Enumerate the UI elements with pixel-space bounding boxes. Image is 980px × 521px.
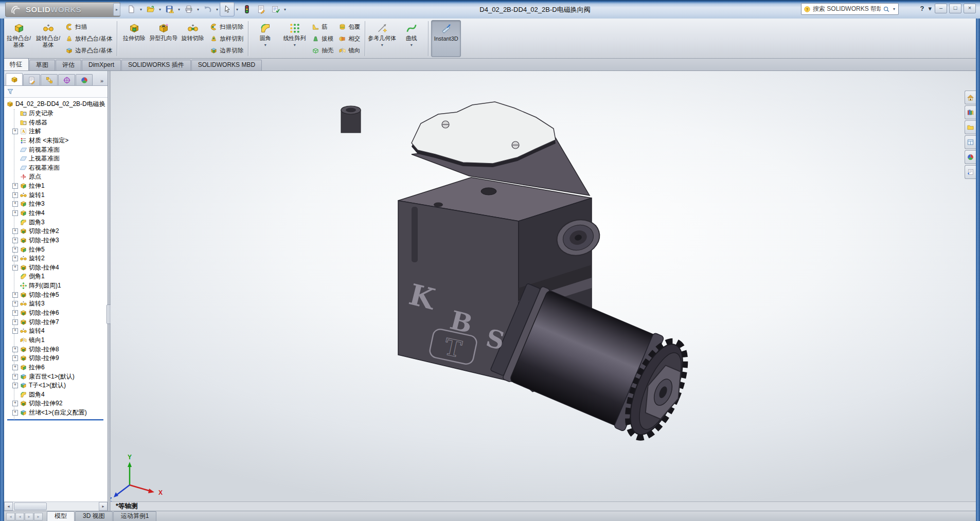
- expand-toggle[interactable]: +: [12, 192, 18, 198]
- new-document-dropdown[interactable]: ▾: [140, 7, 142, 12]
- panel-tab-dimxpertmanager[interactable]: [58, 74, 75, 85]
- select-dropdown[interactable]: ▾: [236, 7, 238, 12]
- expand-toggle[interactable]: +: [12, 310, 18, 316]
- tab-addins[interactable]: SOLIDWORKS 插件: [121, 60, 191, 70]
- help-button[interactable]: ?: [919, 5, 925, 12]
- tree-item-21[interactable]: +切除-拉伸5: [12, 290, 108, 299]
- expand-toggle[interactable]: +: [12, 247, 18, 253]
- taskpane-appearances-button[interactable]: [965, 150, 976, 164]
- search-dropdown[interactable]: ▾: [893, 7, 895, 11]
- mirror-button[interactable]: 镜向: [336, 45, 362, 56]
- expand-toggle[interactable]: +: [12, 401, 18, 406]
- scroll-thumb[interactable]: [14, 502, 47, 510]
- tree-item-28[interactable]: +切除-拉伸9: [12, 354, 108, 363]
- tree-item-12[interactable]: +拉伸4: [12, 209, 108, 218]
- scroll-left-arrow[interactable]: ◂: [4, 502, 13, 511]
- boundary-boss-button[interactable]: 边界凸台/基体: [63, 45, 114, 56]
- fillet-button[interactable]: 圆角▾: [251, 20, 279, 57]
- tree-filter-bar[interactable]: [4, 86, 108, 98]
- search-box[interactable]: 搜索 SOLIDWORKS 帮助 ▾: [801, 3, 899, 15]
- draft-button[interactable]: 拔模: [310, 33, 335, 44]
- panel-tab-displaymanager[interactable]: [76, 74, 93, 85]
- print-button[interactable]: [182, 3, 195, 16]
- tree-item-17[interactable]: +旋转2: [12, 254, 108, 263]
- search-icon[interactable]: [883, 6, 890, 13]
- tab-evaluate[interactable]: 评估: [56, 60, 81, 70]
- tree-item-14[interactable]: +切除-拉伸2: [12, 227, 108, 236]
- swept-cut-button[interactable]: 扫描切除: [208, 21, 245, 32]
- tree-item-29[interactable]: +拉伸6: [12, 363, 108, 372]
- taskpane-file-explorer-button[interactable]: [965, 120, 976, 134]
- panel-tab-configurationmanager[interactable]: [41, 74, 58, 85]
- bottom-tab-model[interactable]: 模型: [47, 511, 75, 521]
- taskpane-design-library-button[interactable]: [965, 105, 976, 119]
- tree-item-27[interactable]: +切除-拉伸8: [12, 345, 108, 354]
- tree-item-31[interactable]: +T子<1>(默认): [12, 381, 108, 390]
- wrap-button[interactable]: 包覆: [336, 21, 362, 32]
- tree-item-20[interactable]: 阵列(圆周)1: [12, 281, 108, 291]
- expand-toggle[interactable]: +: [12, 383, 18, 388]
- revolved-cut-button[interactable]: 旋转切除: [179, 20, 207, 57]
- tree-item-6[interactable]: 上视基准面: [12, 154, 108, 164]
- shell-button[interactable]: 抽壳: [310, 45, 335, 56]
- expand-toggle[interactable]: +: [12, 301, 18, 307]
- expand-toggle[interactable]: +: [12, 365, 18, 370]
- lofted-cut-button[interactable]: 放样切割: [208, 33, 245, 44]
- tree-item-22[interactable]: +旋转3: [12, 299, 108, 309]
- bottom-tab-motion-study-1[interactable]: 运动算例1: [113, 511, 157, 521]
- tree-root[interactable]: D4_02_2B-DD4_02_2B-D电磁换: [6, 100, 108, 109]
- tree-item-13[interactable]: 圆角3: [12, 218, 108, 227]
- tree-item-24[interactable]: +切除-拉伸7: [12, 317, 108, 327]
- expand-toggle[interactable]: +: [12, 410, 18, 416]
- expand-toggle[interactable]: +: [12, 129, 18, 134]
- expand-toggle[interactable]: +: [12, 328, 18, 334]
- tree-item-30[interactable]: +康百世<1>(默认): [12, 372, 108, 381]
- instant3d-button[interactable]: Instant3D: [431, 20, 461, 57]
- tree-item-9[interactable]: +拉伸1: [12, 182, 108, 191]
- options-button[interactable]: [269, 3, 282, 16]
- tab-features[interactable]: 特征: [3, 58, 29, 70]
- panel-tab-propertymanager[interactable]: [23, 74, 40, 85]
- reference-geometry-button[interactable]: 参考几何体▾: [368, 20, 396, 57]
- first-sheet-button[interactable]: ◂: [6, 513, 15, 520]
- tab-dimxpert[interactable]: DimXpert: [82, 60, 121, 70]
- tree-item-19[interactable]: 倒角1: [12, 272, 108, 281]
- rib-button[interactable]: 筋: [310, 21, 335, 32]
- hole-wizard-button[interactable]: 异型孔向导: [149, 20, 177, 57]
- tree-item-10[interactable]: +旋转1: [12, 190, 108, 200]
- tree-item-33[interactable]: +切除-拉伸92: [12, 399, 108, 408]
- tree-item-3[interactable]: +注解: [12, 127, 108, 136]
- options-dropdown[interactable]: ▾: [284, 7, 286, 12]
- logo-expand-button[interactable]: ▸: [113, 3, 120, 16]
- tree-item-32[interactable]: 圆角4: [12, 390, 108, 400]
- panel-overflow-button[interactable]: »: [98, 78, 106, 85]
- tree-item-8[interactable]: 原点: [12, 172, 108, 182]
- panel-tab-featuremanager[interactable]: [6, 73, 23, 85]
- file-properties-button[interactable]: [254, 3, 268, 16]
- expand-toggle[interactable]: +: [12, 374, 18, 380]
- expand-toggle[interactable]: +: [12, 265, 18, 271]
- save-button[interactable]: [163, 3, 176, 16]
- tree-item-7[interactable]: 右视基准面: [12, 163, 108, 172]
- expand-toggle[interactable]: +: [12, 319, 18, 325]
- maximize-button[interactable]: □: [949, 4, 961, 13]
- tree-item-18[interactable]: +切除-拉伸4: [12, 263, 108, 273]
- curves-button[interactable]: 曲线▾: [397, 20, 425, 57]
- undo-button[interactable]: [201, 3, 215, 16]
- tree-item-11[interactable]: +拉伸3: [12, 200, 108, 209]
- tab-sketch[interactable]: 草图: [29, 60, 55, 70]
- expand-toggle[interactable]: +: [12, 355, 18, 361]
- expand-toggle[interactable]: +: [12, 183, 18, 189]
- taskpane-home-button[interactable]: [965, 91, 976, 104]
- next-sheet-button[interactable]: ▸: [25, 513, 33, 520]
- expand-toggle[interactable]: +: [12, 238, 18, 243]
- tab-mbd[interactable]: SOLIDWORKS MBD: [191, 60, 262, 70]
- help-dropdown-button[interactable]: ▾: [927, 5, 933, 12]
- tree-item-2[interactable]: 传感器: [12, 118, 108, 127]
- linear-pattern-button[interactable]: 线性阵列▾: [280, 20, 309, 57]
- expand-toggle[interactable]: +: [12, 347, 18, 352]
- extruded-cut-button[interactable]: 拉伸切除: [120, 20, 148, 57]
- graphics-viewport[interactable]: K B S T Y X Z: [111, 71, 976, 501]
- rebuild-button[interactable]: [240, 3, 254, 16]
- tree-item-15[interactable]: +切除-拉伸3: [12, 236, 108, 245]
